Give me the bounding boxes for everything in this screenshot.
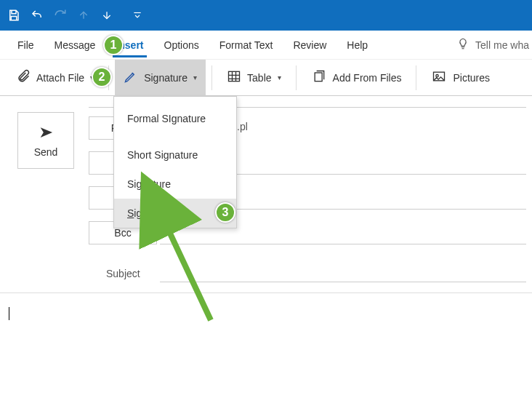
- svg-line-4: [166, 224, 211, 320]
- picture-icon: [431, 69, 447, 86]
- ribbon-tabs: File Message Insert Options Format Text …: [0, 31, 532, 60]
- annotation-1: 1: [103, 35, 124, 55]
- add-from-files-button[interactable]: Add From Files: [302, 60, 411, 96]
- lightbulb-icon: [456, 37, 469, 52]
- tab-help[interactable]: Help: [336, 33, 378, 57]
- files-icon: [311, 69, 327, 86]
- signature-button[interactable]: Signature ▾: [115, 60, 206, 96]
- redo-icon: [52, 7, 68, 23]
- separator: [296, 65, 297, 90]
- separator: [211, 65, 212, 90]
- send-label: Send: [34, 146, 58, 158]
- paperclip-icon: [16, 69, 31, 86]
- signature-label: Signature: [144, 72, 188, 84]
- attach-file-button[interactable]: Attach File ▾: [7, 60, 102, 96]
- save-icon[interactable]: [6, 7, 22, 23]
- annotation-2: 2: [92, 67, 112, 87]
- svg-point-3: [436, 75, 438, 77]
- chevron-down-icon: ▾: [193, 73, 197, 81]
- table-icon: [227, 69, 241, 86]
- ribbon: Attach File ▾ Signature ▾ Table ▾ Add Fr…: [0, 60, 532, 96]
- svg-rect-0: [229, 71, 240, 81]
- title-bar: [0, 0, 532, 31]
- compose-area: ➤ Send From .pl Bcc Subject Formal SIgna…: [0, 96, 532, 414]
- tab-message[interactable]: Message: [44, 33, 106, 57]
- pictures-label: Pictures: [453, 72, 490, 84]
- pen-icon: [124, 69, 138, 86]
- table-label: Table: [247, 72, 271, 84]
- body-caret: [9, 307, 9, 320]
- add-from-files-label: Add From Files: [333, 72, 402, 84]
- pictures-button[interactable]: Pictures: [422, 60, 499, 96]
- tab-file[interactable]: File: [7, 33, 44, 57]
- send-button[interactable]: ➤ Send: [17, 112, 74, 169]
- arrow-down-icon[interactable]: [99, 7, 115, 23]
- tab-options[interactable]: Options: [154, 33, 209, 57]
- svg-rect-1: [315, 73, 322, 81]
- separator: [416, 65, 416, 90]
- body-separator: [0, 292, 532, 293]
- tab-review[interactable]: Review: [283, 33, 336, 57]
- attach-file-label: Attach File: [36, 72, 84, 84]
- tell-me-search[interactable]: Tell me wha: [456, 37, 532, 52]
- chevron-down-icon: ▾: [278, 73, 281, 81]
- tab-format-text[interactable]: Format Text: [209, 33, 283, 57]
- annotation-3: 3: [215, 202, 235, 223]
- send-icon: ➤: [39, 123, 53, 142]
- undo-icon[interactable]: [29, 7, 45, 23]
- table-button[interactable]: Table ▾: [218, 60, 289, 96]
- arrow-up-icon: [76, 7, 92, 23]
- qat-more-icon[interactable]: [132, 10, 142, 20]
- tell-me-label: Tell me wha: [475, 39, 529, 51]
